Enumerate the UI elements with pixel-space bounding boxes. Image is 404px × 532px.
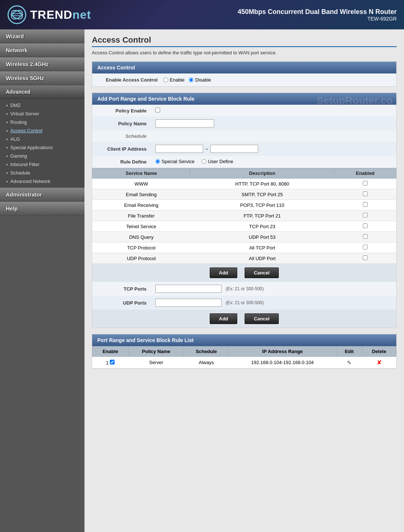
sidebar-item-dmz[interactable]: ● DMZ [0, 101, 84, 109]
policy-enable-checkbox[interactable] [155, 108, 160, 112]
sidebar-wizard-btn[interactable]: Wizard [0, 29, 84, 43]
sidebar: Wizard Network Wireless 2.4GHz Wireless … [0, 29, 84, 532]
cancel-button-1[interactable]: Cancel [245, 267, 279, 278]
policy-name-cell [151, 116, 396, 130]
rule-num-cell: 1 [93, 357, 129, 369]
cancel-button-2[interactable]: Cancel [245, 313, 279, 324]
service-enabled-cell [334, 232, 396, 242]
policy-enable-label: Policy Enable [92, 105, 151, 116]
udp-ports-row: UDP Ports (Ex: 21 or 300-500) [92, 296, 396, 310]
service-desc-cell: FTP, TCP Port 21 [190, 211, 334, 221]
page-description: Access Control allows users to define th… [92, 50, 397, 55]
sidebar-item-access-control[interactable]: ● Access Control [0, 126, 84, 135]
logo-trend: TREND [30, 8, 72, 21]
sidebar-network-btn[interactable]: Network [0, 43, 84, 57]
policy-enable-row: Policy Enable [92, 105, 396, 116]
service-table-row: TCP Protocol All TCP Port [93, 242, 396, 253]
sidebar-item-label: Schedule [10, 170, 30, 176]
sidebar-item-virtual-server[interactable]: ● Virtual Server [0, 109, 84, 118]
schedule-label: Schedule [92, 130, 151, 142]
svg-point-2 [10, 8, 24, 21]
service-name-cell: Email Receiving [93, 200, 190, 211]
policy-enable-cell [151, 105, 396, 116]
special-service-radio[interactable] [155, 159, 160, 164]
rule-schedule-cell: Always [184, 357, 228, 369]
udp-ports-input[interactable] [155, 299, 221, 307]
add-button-2[interactable]: Add [210, 313, 237, 324]
trendnet-logo-icon [7, 5, 26, 24]
enable-access-control-row: Enable Access Control Enable Disable [92, 73, 396, 86]
logo-text: TRENDnet [30, 8, 91, 22]
user-define-radio[interactable] [202, 159, 206, 164]
service-enabled-checkbox[interactable] [363, 255, 368, 260]
list-col-delete: Delete [362, 346, 396, 357]
policy-name-row: Policy Name [92, 116, 396, 130]
bullet-icon: ● [6, 129, 8, 133]
policy-name-input[interactable] [155, 119, 214, 127]
tcp-ports-input[interactable] [155, 285, 221, 293]
enable-radio[interactable] [163, 78, 168, 82]
service-enabled-checkbox[interactable] [363, 245, 368, 249]
service-name-cell: TCP Protocol [93, 242, 190, 253]
disable-radio[interactable] [189, 78, 194, 82]
sidebar-item-access-control-link[interactable]: Access Control [10, 128, 42, 133]
service-name-cell: Telnet Service [93, 221, 190, 232]
bullet-icon: ● [6, 112, 8, 116]
add-button-1[interactable]: Add [210, 267, 237, 278]
sidebar-item-special-apps[interactable]: ● Special Applications [0, 143, 84, 152]
sidebar-item-schedule[interactable]: ● Schedule [0, 169, 84, 177]
rule-enable-checkbox[interactable] [110, 360, 115, 364]
service-table-row: File Transfer FTP, TCP Port 21 [93, 211, 396, 221]
client-ip-end-input[interactable] [210, 145, 258, 153]
rule-define-cell: Special Service User Define [151, 156, 396, 168]
edit-icon[interactable]: ✎ [347, 360, 351, 366]
udp-ports-cell: (Ex: 21 or 300-500) [151, 296, 396, 310]
policy-name-label: Policy Name [92, 116, 151, 130]
service-enabled-checkbox[interactable] [363, 234, 368, 239]
delete-icon[interactable]: ✘ [377, 359, 382, 366]
service-enabled-checkbox[interactable] [363, 223, 368, 228]
tcp-ports-label: TCP Ports [92, 282, 151, 296]
service-enabled-checkbox[interactable] [363, 191, 368, 196]
service-desc-cell: HTTP, TCP Port 80, 8080 [190, 179, 334, 189]
service-desc-cell: UDP Port 53 [190, 232, 334, 242]
service-enabled-checkbox[interactable] [363, 213, 368, 218]
service-enabled-checkbox[interactable] [363, 181, 368, 186]
sidebar-item-routing[interactable]: ● Routing [0, 118, 84, 126]
service-table-row: DNS Query UDP Port 53 [93, 232, 396, 242]
service-desc-cell: SMTP, TCP Port 25 [190, 189, 334, 200]
udp-ports-label: UDP Ports [92, 296, 151, 310]
sidebar-item-label: Inbound Filter [10, 162, 40, 167]
rule-policy-cell: Server [128, 357, 184, 369]
special-service-radio-label[interactable]: Special Service [155, 159, 195, 164]
user-define-radio-label[interactable]: User Define [202, 159, 233, 164]
service-table-row: WWW HTTP, TCP Port 80, 8080 [93, 179, 396, 189]
sidebar-advanced-items: ● DMZ ● Virtual Server ● Routing ● Acces… [0, 99, 84, 188]
sidebar-help-btn[interactable]: Help [0, 202, 84, 216]
bullet-icon: ● [6, 154, 8, 158]
disable-option-text: Disable [195, 77, 211, 83]
sidebar-wireless24-btn[interactable]: Wireless 2.4GHz [0, 57, 84, 71]
client-ip-label: Client IP Address [92, 142, 151, 156]
service-table-row: Telnet Service TCP Port 23 [93, 221, 396, 232]
rule-define-row: Rule Define Special Service User Define [92, 156, 396, 168]
sidebar-administrator-btn[interactable]: Administrator [0, 188, 84, 202]
sidebar-item-inbound-filter[interactable]: ● Inbound Filter [0, 160, 84, 169]
service-table-row: UDP Protocol All UDP Port [93, 253, 396, 264]
sidebar-item-alg[interactable]: ● ALG [0, 135, 84, 143]
service-enabled-checkbox[interactable] [363, 202, 368, 207]
client-ip-cell: ~ [151, 142, 396, 156]
enable-radio-label[interactable]: Enable [163, 77, 184, 83]
client-ip-start-input[interactable] [155, 145, 203, 153]
header: TRENDnet 450Mbps Concurrent Dual Band Wi… [0, 0, 404, 29]
sidebar-item-advanced-network[interactable]: ● Advanced Network [0, 177, 84, 186]
sidebar-wireless5-btn[interactable]: Wireless 5GHz [0, 71, 84, 85]
service-desc-cell: TCP Port 23 [190, 221, 334, 232]
sidebar-item-label: Routing [10, 119, 27, 125]
disable-radio-label[interactable]: Disable [189, 77, 211, 83]
sidebar-item-gaming[interactable]: ● Gaming [0, 152, 84, 160]
rule-list-table: Enable Policy Name Schedule IP Address R… [92, 346, 396, 369]
service-name-cell: File Transfer [93, 211, 190, 221]
service-enabled-cell [334, 179, 396, 189]
udp-ports-hint: (Ex: 21 or 300-500) [226, 300, 264, 305]
